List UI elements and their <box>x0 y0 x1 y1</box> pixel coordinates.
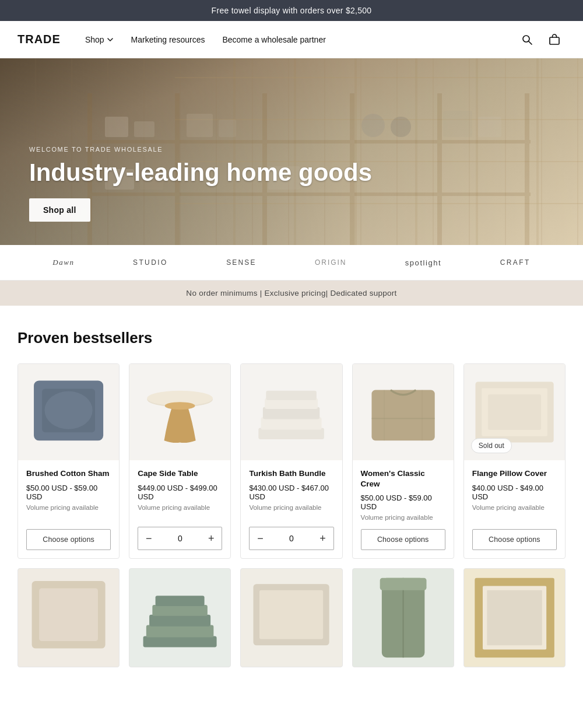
product-name-5: Flange Pillow Cover <box>472 468 557 479</box>
announcement-bar: Free towel display with orders over $2,5… <box>0 0 583 21</box>
svg-rect-46 <box>156 596 205 606</box>
nav-marketing[interactable]: Marketing resources <box>124 30 212 49</box>
brand-studio[interactable]: STUDIO <box>128 256 173 269</box>
product-r3-image <box>241 569 342 667</box>
hero-section: WELCOME TO TRADE WHOLESALE Industry-lead… <box>0 58 583 245</box>
product-volume-5: Volume pricing available <box>472 504 557 522</box>
svg-rect-33 <box>371 390 434 441</box>
product-card-4: Women's Classic Crew $50.00 USD - $59.00… <box>352 363 454 559</box>
qty-minus-3[interactable]: − <box>250 527 271 550</box>
cape-side-table-image <box>129 364 230 460</box>
product-price-5: $40.00 USD - $49.00 USD <box>472 484 557 501</box>
sold-out-badge-5: Sold out <box>471 438 512 453</box>
cart-icon <box>548 33 561 46</box>
svg-rect-14 <box>219 120 236 137</box>
product-image-3 <box>241 364 342 460</box>
product-info-5: Flange Pillow Cover $40.00 USD - $49.00 … <box>464 460 565 558</box>
products-grid-row2 <box>17 568 566 667</box>
qty-minus-2[interactable]: − <box>138 527 159 550</box>
product-name-2: Cape Side Table <box>138 468 222 479</box>
product-info-4: Women's Classic Crew $50.00 USD - $59.00… <box>353 460 454 558</box>
svg-rect-19 <box>391 117 411 137</box>
brand-origin[interactable]: ORIGIN <box>310 256 351 269</box>
product-card-5: Sold out Flange Pillow Cover $40.00 USD … <box>463 363 566 559</box>
svg-rect-48 <box>259 590 323 639</box>
product-volume-2: Volume pricing available <box>138 504 222 519</box>
svg-point-0 <box>523 36 529 42</box>
svg-rect-41 <box>39 589 98 641</box>
product-price-2: $449.00 USD - $499.00 USD <box>138 484 222 501</box>
hero-eyebrow: WELCOME TO TRADE WHOLESALE <box>29 146 372 153</box>
svg-rect-11 <box>105 117 128 137</box>
brand-spotlight[interactable]: spotlight <box>401 256 446 270</box>
product-card-3: Turkish Bath Bundle $430.00 USD - $467.0… <box>240 363 342 559</box>
svg-rect-18 <box>361 114 385 137</box>
product-r2-image <box>129 569 230 667</box>
hero-cta-button[interactable]: Shop all <box>29 198 90 222</box>
choose-options-btn-1[interactable]: Choose options <box>26 529 111 550</box>
product-info-1: Brushed Cotton Sham $50.00 USD - $59.00 … <box>18 460 119 558</box>
qty-value-3: 0 <box>283 534 300 543</box>
svg-rect-2 <box>550 37 559 44</box>
svg-rect-7 <box>437 93 442 245</box>
svg-rect-44 <box>149 615 210 626</box>
svg-rect-42 <box>143 636 217 648</box>
product-r1-image <box>18 569 119 667</box>
product-r5-image <box>464 569 565 667</box>
product-image-4 <box>353 364 454 460</box>
cart-button[interactable] <box>543 29 566 51</box>
product-price-4: $50.00 USD - $59.00 USD <box>361 494 445 511</box>
bestsellers-title: Proven bestsellers <box>17 329 566 347</box>
product-r4-image <box>353 569 454 667</box>
svg-line-1 <box>529 41 532 44</box>
brand-bar: Dawn STUDIO SENSE ORIGIN spotlight CRAFT <box>0 245 583 281</box>
choose-options-btn-4[interactable]: Choose options <box>361 529 445 550</box>
product-card-r4 <box>352 568 454 667</box>
header-actions <box>517 29 566 51</box>
qty-control-3: − 0 + <box>249 527 333 550</box>
turkish-bath-bundle-image <box>241 364 342 460</box>
product-image-2 <box>129 364 230 460</box>
header: TRADE Shop Marketing resources Become a … <box>0 21 583 58</box>
svg-rect-20 <box>443 111 472 137</box>
main-nav: Shop Marketing resources Become a wholes… <box>78 30 517 49</box>
product-image-5: Sold out <box>464 364 565 460</box>
qty-plus-2[interactable]: + <box>201 527 222 550</box>
nav-wholesale[interactable]: Become a wholesale partner <box>215 30 332 49</box>
product-price-3: $430.00 USD - $467.00 USD <box>249 484 333 501</box>
nav-shop[interactable]: Shop <box>78 30 121 49</box>
info-strip-text: No order minimums | Exclusive pricing| D… <box>186 289 396 298</box>
product-volume-1: Volume pricing available <box>26 504 111 522</box>
svg-rect-21 <box>478 117 501 137</box>
svg-rect-45 <box>153 605 208 616</box>
logo[interactable]: TRADE <box>17 33 61 46</box>
brand-craft[interactable]: CRAFT <box>496 256 535 269</box>
choose-options-btn-5[interactable]: Choose options <box>472 529 557 550</box>
announcement-text: Free towel display with orders over $2,5… <box>212 6 372 15</box>
svg-rect-54 <box>487 590 542 646</box>
product-volume-4: Volume pricing available <box>361 514 445 521</box>
search-button[interactable] <box>517 29 538 50</box>
chevron-down-icon <box>107 36 114 43</box>
search-icon <box>521 34 533 46</box>
brand-sense[interactable]: SENSE <box>222 256 261 269</box>
svg-rect-9 <box>87 140 531 144</box>
svg-rect-13 <box>187 114 213 137</box>
product-card-1: Brushed Cotton Sham $50.00 USD - $59.00 … <box>17 363 120 559</box>
svg-rect-51 <box>380 578 426 590</box>
svg-rect-43 <box>146 625 214 638</box>
product-name-4: Women's Classic Crew <box>361 468 445 489</box>
svg-rect-32 <box>266 391 317 400</box>
qty-plus-3[interactable]: + <box>312 527 333 550</box>
product-name-3: Turkish Bath Bundle <box>249 468 333 479</box>
svg-rect-39 <box>488 394 541 430</box>
product-card-r3 <box>240 568 342 667</box>
brand-dawn[interactable]: Dawn <box>48 256 79 270</box>
product-card-2: Cape Side Table $449.00 USD - $499.00 US… <box>129 363 231 559</box>
products-section: Proven bestsellers Brushed Cotton Sham $… <box>0 306 583 691</box>
qty-value-2: 0 <box>171 534 189 543</box>
product-image-1 <box>18 364 119 460</box>
svg-rect-8 <box>525 93 529 245</box>
product-name-1: Brushed Cotton Sham <box>26 468 111 479</box>
womens-classic-crew-image <box>353 364 454 460</box>
